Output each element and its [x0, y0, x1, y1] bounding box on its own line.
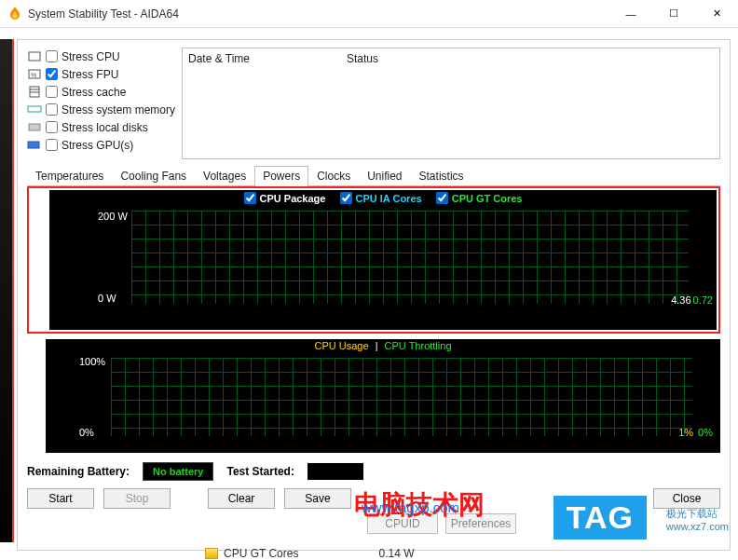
- tab-clocks[interactable]: Clocks: [308, 166, 359, 186]
- save-button[interactable]: Save: [284, 488, 351, 509]
- current-readouts-2: 1% 0%: [676, 427, 713, 438]
- powers-plot: CPU Package CPU IA Cores CPU GT Cores 20…: [49, 190, 717, 330]
- tab-statistics[interactable]: Statistics: [411, 166, 472, 186]
- grid-icon: [131, 211, 689, 304]
- stop-button[interactable]: Stop: [103, 488, 171, 509]
- svg-text:%: %: [31, 72, 36, 78]
- legend-cpu-throttling: CPU Throttling: [385, 340, 452, 351]
- log-col-status: Status: [347, 52, 378, 65]
- current-readouts: 4.360.72: [669, 294, 713, 306]
- usage-chart: CPU Usage | CPU Throttling 100% 0% 1% 0%: [27, 339, 720, 453]
- legend-cpu-gt-cores[interactable]: CPU GT Cores: [436, 192, 523, 204]
- main-panel: Stress CPU %Stress FPU Stress cache Stre…: [17, 39, 731, 551]
- remaining-battery-label: Remaining Battery:: [27, 465, 130, 478]
- maximize-button[interactable]: ☐: [652, 0, 695, 28]
- chart-sidebar[interactable]: [31, 190, 49, 330]
- chip-icon: [205, 548, 218, 559]
- legend-cpu-ia-cores[interactable]: CPU IA Cores: [340, 192, 422, 204]
- test-started-value: [308, 463, 363, 480]
- tab-powers[interactable]: Powers: [254, 166, 308, 186]
- app-icon: [7, 7, 22, 21]
- stress-disks[interactable]: Stress local disks: [27, 118, 176, 136]
- close-window-button[interactable]: ✕: [695, 0, 738, 28]
- log-list[interactable]: Date & Time Status: [182, 48, 720, 159]
- powers-chart-highlighted: CPU Package CPU IA Cores CPU GT Cores 20…: [27, 186, 720, 334]
- tab-voltages[interactable]: Voltages: [195, 166, 254, 186]
- tab-temperatures[interactable]: Temperatures: [27, 166, 112, 186]
- stress-options: Stress CPU %Stress FPU Stress cache Stre…: [27, 48, 176, 159]
- svg-rect-6: [28, 106, 41, 112]
- legend-cpu-package[interactable]: CPU Package: [244, 192, 326, 204]
- cpuid-button[interactable]: CPUID: [367, 513, 438, 534]
- title-bar: System Stability Test - AIDA64 — ☐ ✕: [0, 0, 738, 28]
- stress-gpu[interactable]: Stress GPU(s): [27, 136, 176, 154]
- stress-cpu[interactable]: Stress CPU: [27, 48, 176, 65]
- button-row: Start Stop Clear Save Close: [27, 488, 720, 509]
- test-started-label: Test Started:: [226, 465, 294, 478]
- clear-button[interactable]: Clear: [208, 488, 275, 509]
- chart2-sidebar[interactable]: [27, 339, 46, 453]
- stress-cache[interactable]: Stress cache: [27, 83, 176, 101]
- legend-cpu-usage: CPU Usage: [315, 340, 369, 351]
- svg-rect-8: [28, 142, 39, 148]
- no-battery-indicator: No battery: [143, 462, 213, 481]
- status-row: Remaining Battery: No battery Test Start…: [27, 462, 720, 481]
- tab-cooling-fans[interactable]: Cooling Fans: [112, 166, 195, 186]
- minimize-button[interactable]: —: [609, 0, 652, 28]
- chart-tabs: Temperatures Cooling Fans Voltages Power…: [27, 165, 720, 186]
- log-col-datetime: Date & Time: [188, 52, 347, 65]
- close-dialog-button[interactable]: Close: [653, 488, 720, 509]
- usage-plot: CPU Usage | CPU Throttling 100% 0% 1% 0%: [46, 339, 720, 453]
- stress-fpu[interactable]: %Stress FPU: [27, 65, 176, 83]
- start-button[interactable]: Start: [27, 488, 94, 509]
- window-title: System Stability Test - AIDA64: [28, 7, 609, 20]
- grid-icon: [111, 358, 692, 436]
- stress-sysmem[interactable]: Stress system memory: [27, 101, 176, 118]
- y-max: 200 W: [98, 211, 128, 222]
- y-min: 0 W: [98, 293, 116, 304]
- left-preview-strip: [0, 39, 14, 542]
- preferences-button[interactable]: Preferences: [445, 513, 516, 534]
- y2-min: 0%: [79, 427, 94, 438]
- bottom-row-peek: CPU GT Cores 0.14 W: [205, 547, 414, 560]
- y2-max: 100%: [79, 356, 105, 367]
- tab-unified[interactable]: Unified: [359, 166, 410, 186]
- svg-rect-0: [29, 52, 40, 61]
- svg-rect-7: [29, 124, 40, 130]
